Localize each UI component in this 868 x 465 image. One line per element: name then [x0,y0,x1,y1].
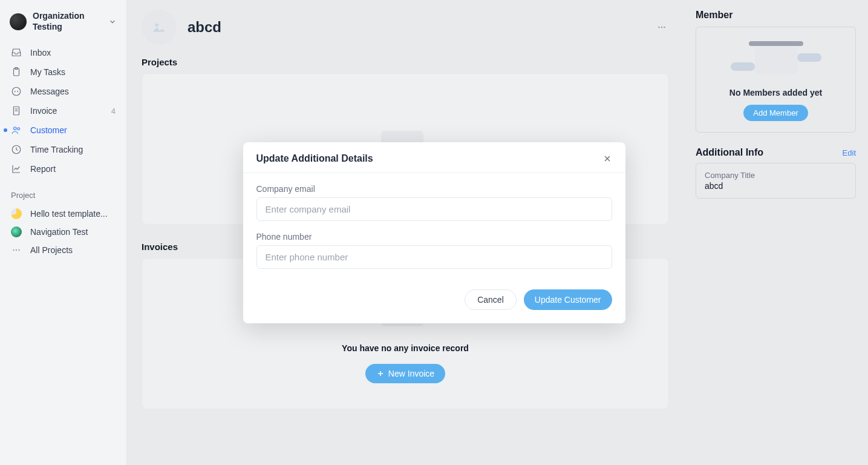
modal-footer: Cancel Update Customer [243,283,625,323]
update-details-modal: Update Additional Details Company email … [243,142,625,323]
close-icon[interactable] [602,154,612,163]
modal-overlay: Update Additional Details Company email … [0,0,868,465]
update-customer-button[interactable]: Update Customer [524,289,612,310]
company-email-input[interactable] [256,197,612,221]
button-label: Update Customer [535,295,601,305]
modal-title: Update Additional Details [256,153,373,164]
modal-header: Update Additional Details [243,142,625,173]
modal-body: Company email Phone number [243,173,625,283]
phone-number-input[interactable] [256,245,612,269]
cancel-button[interactable]: Cancel [465,289,517,310]
button-label: Cancel [477,295,504,305]
company-email-label: Company email [256,184,612,194]
phone-label: Phone number [256,232,612,242]
